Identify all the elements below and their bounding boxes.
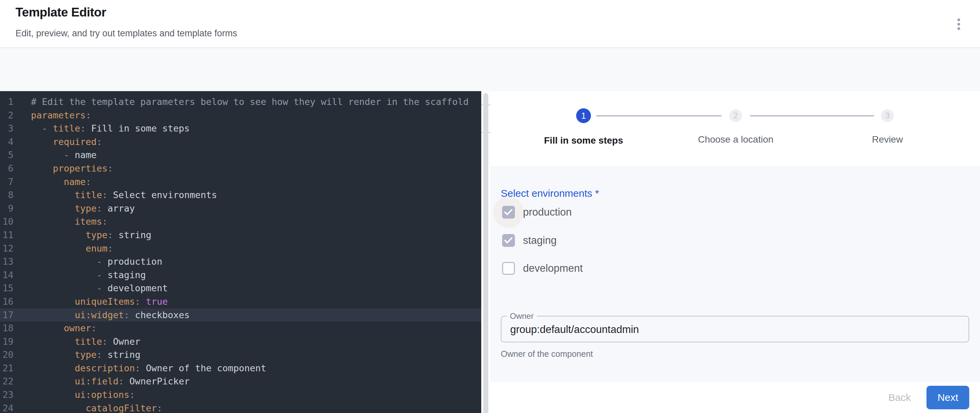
code-line[interactable]: 6 properties: xyxy=(0,162,481,175)
code-token-key: ui:options xyxy=(75,389,130,400)
code-line[interactable]: 16 uniqueItems: true xyxy=(0,295,481,308)
code-line[interactable]: 2parameters: xyxy=(0,109,481,122)
code-token-punct xyxy=(31,176,64,187)
code-token-punct xyxy=(31,310,75,320)
line-number: 3 xyxy=(0,122,13,135)
line-number: 18 xyxy=(0,321,13,335)
checkbox-row-production[interactable]: production xyxy=(502,206,572,219)
code-token-punct xyxy=(31,230,86,240)
template-editor-page: Template Editor Edit, preview, and try o… xyxy=(0,0,980,413)
code-line[interactable]: 20 type: string xyxy=(0,348,481,362)
checkbox-row-staging[interactable]: staging xyxy=(502,234,557,247)
code-token-punct: : xyxy=(108,230,113,240)
code-line[interactable]: 11 type: string xyxy=(0,228,481,242)
code-line[interactable]: 3 - title: Fill in some steps xyxy=(0,122,481,135)
step-number-badge: 1 xyxy=(576,108,591,123)
checkbox-label[interactable]: development xyxy=(523,262,583,275)
code-line[interactable]: 21 description: Owner of the component xyxy=(0,362,481,375)
code-token-key: title xyxy=(75,190,102,200)
code-line[interactable]: 22 ui:field: OwnerPicker xyxy=(0,375,481,388)
code-token-punct: : xyxy=(135,296,140,307)
code-token-punct xyxy=(31,296,75,307)
checkbox-row-development[interactable]: development xyxy=(502,262,583,275)
checkbox-unchecked-icon[interactable] xyxy=(502,262,515,275)
code-token-val: Owner xyxy=(108,336,141,347)
code-token-key: type xyxy=(75,203,97,214)
code-token-punct: : xyxy=(86,176,91,187)
code-token-punct: : xyxy=(86,110,91,121)
line-number: 15 xyxy=(0,281,13,295)
code-text: title: Owner xyxy=(13,335,140,348)
code-token-punct: : xyxy=(97,137,102,147)
code-line[interactable]: 24 catalogFilter: xyxy=(0,402,481,413)
code-token-val: production xyxy=(108,256,162,267)
code-line[interactable]: 5 - name xyxy=(0,148,481,162)
code-line[interactable]: 18 owner: xyxy=(0,321,481,335)
line-number: 4 xyxy=(0,135,13,149)
code-line[interactable]: 10 items: xyxy=(0,215,481,228)
code-token-punct: : xyxy=(124,310,129,320)
code-token-punct xyxy=(31,163,53,173)
code-line[interactable]: 1# Edit the template parameters below to… xyxy=(0,95,481,109)
code-text: title: Select environments xyxy=(13,188,217,202)
owner-helper-text: Owner of the component xyxy=(501,349,593,359)
checkbox-label[interactable]: staging xyxy=(523,234,557,246)
back-button[interactable]: Back xyxy=(874,386,925,409)
code-token-val: checkboxes xyxy=(130,310,190,320)
checkbox-checked-icon[interactable] xyxy=(502,234,515,247)
step-label: Choose a location xyxy=(665,134,807,145)
code-token-key: description xyxy=(75,363,135,373)
code-token-punct: : xyxy=(102,336,107,347)
code-text: type: string xyxy=(13,348,140,362)
code-token-val: Fill in some steps xyxy=(86,123,190,133)
code-token-punct xyxy=(31,243,86,254)
line-number: 2 xyxy=(0,109,13,122)
owner-field-value[interactable]: group:default/accountadmin xyxy=(510,324,639,336)
code-line[interactable]: 17 ui:widget: checkboxes xyxy=(0,308,481,322)
code-token-key: properties xyxy=(53,163,108,173)
code-token-val: staging xyxy=(108,270,146,280)
code-token-punct xyxy=(31,376,75,386)
page-title: Template Editor xyxy=(16,5,106,19)
code-token-punct xyxy=(31,323,64,333)
code-token-punct xyxy=(31,137,53,147)
code-token-punct xyxy=(31,403,86,413)
code-text: items: xyxy=(13,215,108,228)
code-text: ui:widget: checkboxes xyxy=(13,308,189,322)
owner-field[interactable]: Owner group:default/accountadmin xyxy=(501,311,969,342)
code-line[interactable]: 9 type: array xyxy=(0,202,481,215)
code-line[interactable]: 7 name: xyxy=(0,175,481,189)
page-subtitle: Edit, preview, and try out templates and… xyxy=(16,28,237,39)
code-line[interactable]: 23 ui:options: xyxy=(0,388,481,402)
code-editor[interactable]: 1# Edit the template parameters below to… xyxy=(0,91,481,413)
code-line[interactable]: 4 required: xyxy=(0,135,481,149)
code-line[interactable]: 12 enum: xyxy=(0,242,481,255)
line-number: 19 xyxy=(0,335,13,348)
panel-resize-handle[interactable] xyxy=(483,93,488,413)
code-token-key: ui:widget xyxy=(75,310,124,320)
line-number: 13 xyxy=(0,255,13,268)
code-text: - title: Fill in some steps xyxy=(13,122,189,135)
code-text: - name xyxy=(13,148,97,162)
code-line[interactable]: 19 title: Owner xyxy=(0,335,481,348)
line-number: 5 xyxy=(0,148,13,162)
code-lines: 1# Edit the template parameters below to… xyxy=(0,95,481,413)
code-token-bool: true xyxy=(140,296,168,307)
more-options-button[interactable] xyxy=(951,15,967,33)
code-token-punct: - xyxy=(31,256,108,267)
next-button[interactable]: Next xyxy=(926,386,969,409)
step-review: 3Review xyxy=(817,108,958,145)
checkbox-checked-icon[interactable] xyxy=(502,206,515,219)
checkbox-label[interactable]: production xyxy=(523,206,572,218)
code-line[interactable]: 13 - production xyxy=(0,255,481,268)
code-token-val: Select environments xyxy=(108,190,217,200)
code-line[interactable]: 8 title: Select environments xyxy=(0,188,481,202)
code-line[interactable]: 14 - staging xyxy=(0,268,481,282)
code-token-punct: : xyxy=(108,243,113,254)
code-line[interactable]: 15 - development xyxy=(0,281,481,295)
code-token-key: title xyxy=(53,123,80,133)
step-fill-in-some-steps: 1Fill in some steps xyxy=(513,108,654,146)
code-text: - development xyxy=(13,281,168,295)
code-text: uniqueItems: true xyxy=(13,295,168,308)
code-token-punct xyxy=(31,203,75,214)
